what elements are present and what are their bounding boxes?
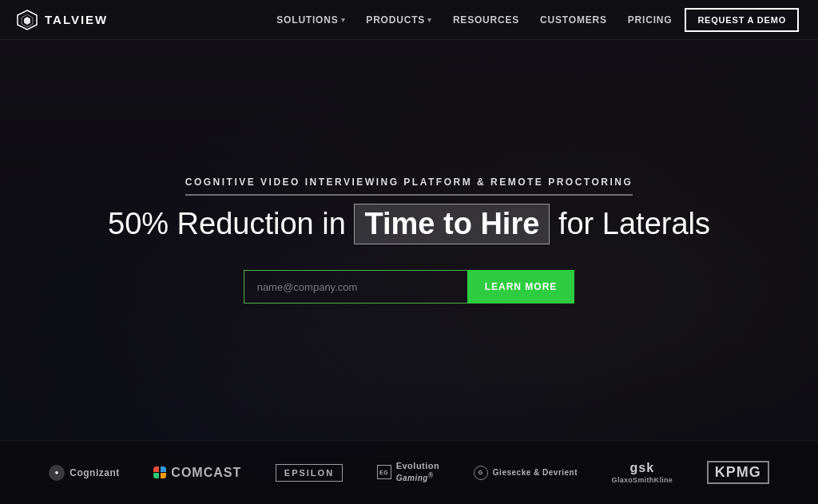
nav-pricing[interactable]: PRICING bbox=[620, 10, 681, 30]
kpmg-name: KPMG bbox=[707, 461, 769, 484]
kpmg-logo: KPMG bbox=[707, 461, 769, 484]
hero-title: 50% Reduction in Time to Hire for Latera… bbox=[108, 204, 710, 245]
gsk-fullname: GlaxoSmithKline bbox=[612, 476, 673, 484]
comcast-logo: COMCAST bbox=[153, 466, 241, 480]
cognizant-icon: ● bbox=[49, 465, 65, 481]
nav-solutions[interactable]: SOLUTIONS ▾ bbox=[268, 10, 353, 30]
giesecke-name: Giesecke & Devrient bbox=[493, 468, 578, 477]
products-chevron-icon: ▾ bbox=[427, 16, 432, 24]
nav-customers[interactable]: CUSTOMERS bbox=[532, 10, 615, 30]
gsk-abbr: gsk bbox=[630, 461, 655, 475]
request-demo-button[interactable]: REQUEST A DEMO bbox=[685, 8, 799, 32]
gsk-logo: gsk GlaxoSmithKline bbox=[612, 461, 673, 484]
lead-capture-form: LEARN MORE bbox=[244, 270, 575, 304]
customer-logos-bar: ● Cognizant COMCAST EPSILON EG Evolution… bbox=[0, 440, 818, 504]
cognizant-logo: ● Cognizant bbox=[49, 465, 120, 481]
learn-more-button[interactable]: LEARN MORE bbox=[467, 270, 575, 304]
hero-subtitle: COGNITIVE VIDEO INTERVIEWING PLATFORM & … bbox=[185, 177, 633, 196]
epsilon-logo: EPSILON bbox=[276, 464, 343, 482]
evolution-icon: EG bbox=[377, 465, 391, 479]
brand-name: TALVIEW bbox=[45, 13, 108, 26]
nav-resources[interactable]: RESOURCES bbox=[445, 10, 527, 30]
hero-section: COGNITIVE VIDEO INTERVIEWING PLATFORM & … bbox=[0, 40, 818, 440]
comcast-peacock-icon bbox=[153, 466, 166, 479]
brand-logo[interactable]: TALVIEW bbox=[16, 9, 108, 31]
evolution-gaming-logo: EG Evolution Gaming® bbox=[377, 461, 440, 484]
hero-title-part2: for Laterals bbox=[550, 207, 710, 240]
comcast-name: COMCAST bbox=[171, 466, 241, 480]
hero-title-part1: 50% Reduction in bbox=[108, 207, 354, 240]
evolution-gaming: Gaming® bbox=[396, 471, 440, 483]
hero-title-highlight: Time to Hire bbox=[354, 204, 550, 245]
email-input[interactable] bbox=[244, 270, 467, 304]
nav-products[interactable]: PRODUCTS ▾ bbox=[358, 10, 440, 30]
svg-marker-2 bbox=[24, 17, 30, 25]
cognizant-name: Cognizant bbox=[69, 467, 120, 478]
nav-links: SOLUTIONS ▾ PRODUCTS ▾ RESOURCES CUSTOME… bbox=[268, 8, 799, 32]
giesecke-icon: G bbox=[474, 466, 488, 480]
brand-logo-icon bbox=[16, 9, 38, 31]
giesecke-logo: G Giesecke & Devrient bbox=[474, 466, 578, 480]
evolution-name: Evolution bbox=[396, 461, 440, 471]
navbar: TALVIEW SOLUTIONS ▾ PRODUCTS ▾ RESOURCES… bbox=[0, 0, 818, 40]
epsilon-name: EPSILON bbox=[276, 464, 343, 482]
solutions-chevron-icon: ▾ bbox=[341, 16, 346, 24]
